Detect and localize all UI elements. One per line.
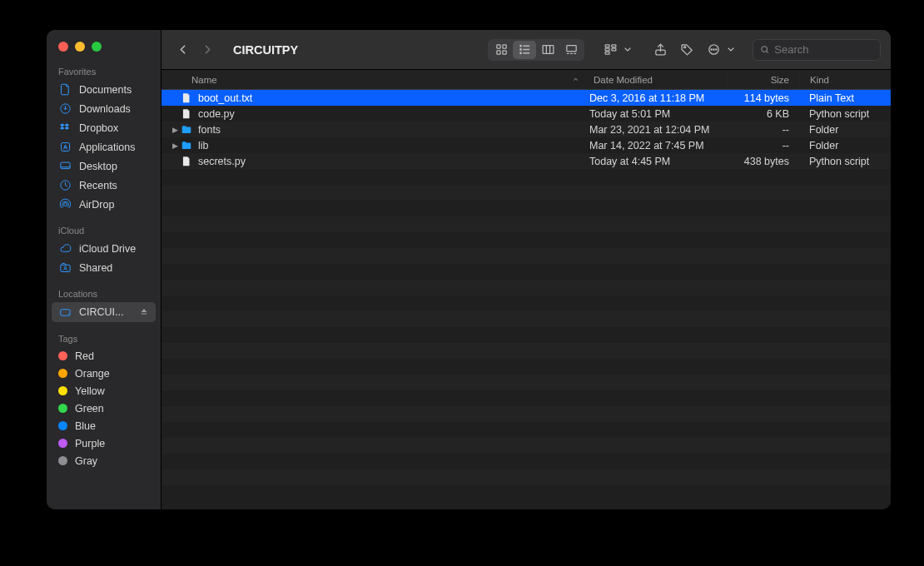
- file-size: 114 bytes: [728, 92, 799, 104]
- dropbox-icon: [58, 122, 72, 135]
- file-size: 6 KB: [728, 108, 799, 120]
- finder-window: FavoritesDocumentsDownloadsDropboxApplic…: [47, 30, 891, 509]
- file-row[interactable]: code.pyToday at 5:01 PM6 KBPython script: [161, 106, 891, 122]
- sidebar-item[interactable]: Desktop: [47, 156, 161, 176]
- column-header-size[interactable]: Size: [728, 75, 799, 85]
- empty-row: [161, 485, 891, 501]
- action-menu-caret-icon[interactable]: [726, 39, 736, 61]
- sidebar-item[interactable]: Recents: [47, 176, 161, 195]
- list-view-button[interactable]: [513, 41, 536, 59]
- sidebar-item-label: Green: [75, 403, 104, 415]
- sidebar-item[interactable]: Applications: [47, 137, 161, 156]
- tag-dot-icon: [58, 351, 67, 360]
- empty-row: [161, 327, 891, 343]
- fullscreen-window-button[interactable]: [92, 42, 102, 52]
- column-view-button[interactable]: [536, 41, 559, 59]
- sidebar-item[interactable]: AirDrop: [47, 195, 161, 214]
- sidebar-item[interactable]: Downloads: [47, 99, 161, 118]
- file-kind: Folder: [799, 124, 891, 136]
- window-controls: [47, 30, 161, 60]
- sidebar-item[interactable]: Purple: [47, 434, 161, 452]
- download-icon: [58, 102, 72, 116]
- sidebar-item[interactable]: Green: [47, 400, 161, 417]
- sidebar-item-label: Red: [75, 350, 94, 362]
- group-by-caret-icon[interactable]: [623, 39, 633, 61]
- empty-row: [161, 375, 891, 390]
- svg-rect-21: [611, 48, 615, 51]
- file-list[interactable]: boot_out.txtDec 3, 2016 at 11:18 PM114 b…: [161, 90, 891, 509]
- tag-dot-icon: [58, 421, 67, 430]
- svg-point-4: [519, 46, 520, 47]
- empty-row: [161, 201, 891, 216]
- sidebar-item-label: Purple: [75, 438, 105, 449]
- column-headers: Name Date Modified Size Kind: [161, 70, 891, 90]
- file-date: Mar 23, 2021 at 12:04 PM: [589, 124, 728, 136]
- disclosure-triangle-icon[interactable]: ▶: [170, 142, 180, 150]
- empty-row: [161, 280, 891, 295]
- sidebar-item[interactable]: Yellow: [47, 382, 161, 400]
- sidebar-item-label: Blue: [75, 420, 96, 432]
- sidebar-section-label: Locations: [47, 282, 161, 302]
- sidebar-item[interactable]: Documents: [47, 80, 161, 99]
- sort-ascending-icon: [572, 75, 579, 85]
- sidebar-item-label: Documents: [79, 84, 132, 96]
- sidebar-item-label: AirDrop: [79, 199, 114, 211]
- search-field[interactable]: [753, 39, 881, 61]
- column-header-kind[interactable]: Kind: [799, 75, 891, 85]
- file-row[interactable]: secrets.pyToday at 4:45 PM438 bytesPytho…: [161, 153, 891, 169]
- sidebar-item[interactable]: Blue: [47, 417, 161, 434]
- tag-dot-icon: [58, 386, 67, 395]
- svg-point-27: [715, 49, 716, 50]
- sidebar-item-label: Gray: [75, 455, 97, 467]
- tag-button[interactable]: [676, 39, 698, 61]
- empty-row: [161, 454, 891, 469]
- column-header-name[interactable]: Name: [191, 75, 589, 85]
- column-header-date[interactable]: Date Modified: [589, 75, 728, 85]
- disclosure-triangle-icon[interactable]: ▶: [170, 126, 180, 134]
- empty-row: [161, 185, 891, 201]
- sidebar-item[interactable]: Red: [47, 347, 161, 365]
- sidebar-item[interactable]: CIRCUI...: [52, 302, 156, 322]
- file-size: --: [728, 140, 799, 151]
- svg-rect-10: [543, 46, 554, 54]
- sidebar-item[interactable]: iCloud Drive: [47, 239, 161, 258]
- icon-view-button[interactable]: [489, 41, 513, 59]
- folder-icon: [180, 139, 193, 152]
- search-input[interactable]: [774, 43, 873, 56]
- close-window-button[interactable]: [58, 42, 68, 52]
- svg-rect-1: [502, 45, 505, 48]
- minimize-window-button[interactable]: [75, 42, 85, 52]
- sidebar-item-label: Downloads: [79, 103, 131, 115]
- empty-row: [161, 406, 891, 422]
- file-kind: Python script: [799, 156, 891, 167]
- file-kind: Python script: [799, 108, 891, 120]
- group-by-button[interactable]: [599, 39, 621, 61]
- file-icon: [180, 155, 193, 168]
- file-row[interactable]: boot_out.txtDec 3, 2016 at 11:18 PM114 b…: [161, 90, 891, 106]
- disk-icon: [58, 305, 72, 319]
- sidebar-item[interactable]: Gray: [47, 452, 161, 469]
- sidebar-item[interactable]: Orange: [47, 365, 161, 382]
- sidebar-section-label: iCloud: [47, 219, 161, 239]
- forward-button[interactable]: [196, 39, 218, 61]
- eject-icon[interactable]: [139, 306, 149, 319]
- file-row[interactable]: ▶fontsMar 23, 2021 at 12:04 PM--Folder: [161, 122, 891, 137]
- cloud-icon: [58, 242, 72, 256]
- svg-rect-13: [566, 46, 575, 52]
- back-button[interactable]: [171, 39, 193, 61]
- clock-icon: [58, 179, 72, 192]
- sidebar: FavoritesDocumentsDownloadsDropboxApplic…: [47, 30, 161, 509]
- sidebar-item[interactable]: Dropbox: [47, 118, 161, 137]
- file-date: Mar 14, 2022 at 7:45 PM: [589, 140, 728, 151]
- view-mode-switcher: [488, 39, 584, 61]
- empty-row: [161, 390, 891, 406]
- action-menu-button[interactable]: [703, 39, 724, 61]
- file-date: Today at 4:45 PM: [589, 156, 728, 167]
- search-icon: [760, 44, 769, 55]
- gallery-view-button[interactable]: [559, 41, 583, 59]
- tag-dot-icon: [58, 456, 67, 465]
- share-button[interactable]: [649, 39, 671, 61]
- file-row[interactable]: ▶libMar 14, 2022 at 7:45 PM--Folder: [161, 137, 891, 153]
- sidebar-item[interactable]: Shared: [47, 258, 161, 277]
- sidebar-item-label: Recents: [79, 180, 117, 191]
